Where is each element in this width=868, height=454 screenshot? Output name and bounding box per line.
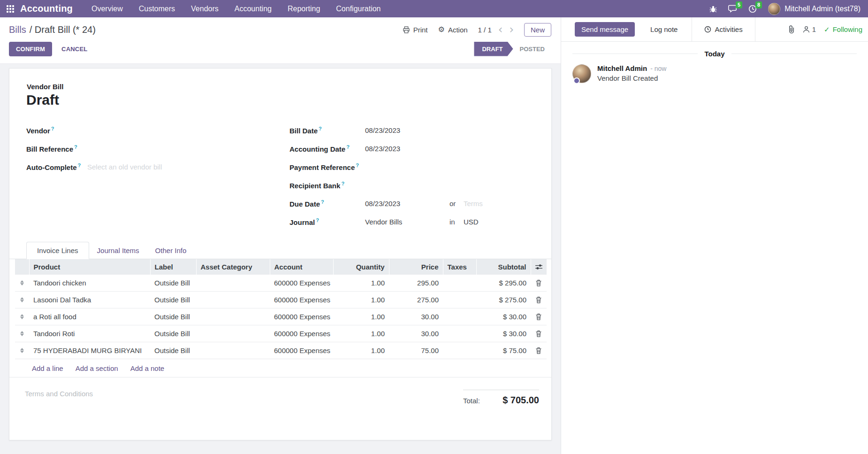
currency-input[interactable]: USD bbox=[464, 218, 479, 226]
header-quantity[interactable]: Quantity bbox=[333, 259, 389, 275]
print-button[interactable]: Print bbox=[403, 26, 428, 34]
cell-account[interactable]: 600000 Expenses bbox=[270, 292, 333, 308]
cell-label[interactable]: Outside Bill bbox=[150, 292, 196, 308]
field-vendor[interactable]: Vendor? bbox=[26, 121, 247, 139]
attachment-paperclip-icon[interactable] bbox=[788, 25, 795, 33]
confirm-button[interactable]: CONFIRM bbox=[9, 42, 52, 56]
add-link[interactable]: Add a section bbox=[76, 364, 118, 372]
field-bill-reference[interactable]: Bill Reference? bbox=[26, 139, 247, 158]
cell-product[interactable]: a Roti all food bbox=[29, 308, 150, 325]
cell-label[interactable]: Outside Bill bbox=[150, 275, 196, 292]
app-title[interactable]: Accounting bbox=[20, 3, 73, 14]
payment-terms-input[interactable]: Terms bbox=[464, 200, 483, 208]
cell-asset-category[interactable] bbox=[196, 308, 270, 325]
top-menu-item[interactable]: Reporting bbox=[288, 5, 320, 13]
cell-label[interactable]: Outside Bill bbox=[150, 308, 196, 325]
following-button[interactable]: ✓ Following bbox=[824, 25, 862, 34]
invoice-line-row[interactable]: 75 HYDERABADI MURG BIRYANI Outside Bill … bbox=[15, 342, 547, 359]
cell-price[interactable]: 75.00 bbox=[389, 342, 443, 359]
invoice-line-row[interactable]: Tandoori chicken Outside Bill 600000 Exp… bbox=[15, 275, 547, 292]
due-date-input[interactable]: 08/23/2023 bbox=[365, 200, 449, 208]
header-subtotal[interactable]: Subtotal bbox=[476, 259, 531, 275]
cell-label[interactable]: Outside Bill bbox=[150, 325, 196, 342]
top-menu-item[interactable]: Accounting bbox=[235, 5, 272, 13]
cell-taxes[interactable] bbox=[443, 275, 476, 292]
accounting-date-input[interactable]: 08/23/2023 bbox=[365, 145, 449, 153]
cell-product[interactable]: Tandoori chicken bbox=[29, 275, 150, 292]
cell-quantity[interactable]: 1.00 bbox=[333, 275, 389, 292]
drag-handle-icon[interactable] bbox=[15, 342, 29, 359]
cell-account[interactable]: 600000 Expenses bbox=[270, 342, 333, 359]
send-message-button[interactable]: Send message bbox=[575, 22, 635, 37]
cell-quantity[interactable]: 1.00 bbox=[333, 325, 389, 342]
delete-line-icon[interactable] bbox=[535, 296, 542, 303]
document-title[interactable]: Draft bbox=[26, 92, 59, 108]
invoice-line-row[interactable]: Tandoori Roti Outside Bill 600000 Expens… bbox=[15, 325, 547, 342]
activities-button[interactable]: Activities bbox=[692, 17, 755, 41]
header-asset-category[interactable]: Asset Category bbox=[196, 259, 270, 275]
status-step[interactable]: DRAFT bbox=[474, 42, 513, 56]
header-price[interactable]: Price bbox=[389, 259, 443, 275]
cell-product[interactable]: Lasooni Dal Tadka bbox=[29, 292, 150, 308]
cell-product[interactable]: Tandoori Roti bbox=[29, 325, 150, 342]
cell-taxes[interactable] bbox=[443, 308, 476, 325]
bill-date-input[interactable]: 08/23/2023 bbox=[365, 126, 449, 134]
cell-price[interactable]: 30.00 bbox=[389, 325, 443, 342]
delete-line-icon[interactable] bbox=[535, 330, 542, 337]
add-link[interactable]: Add a note bbox=[130, 364, 165, 372]
cell-label[interactable]: Outside Bill bbox=[150, 342, 196, 359]
drag-handle-icon[interactable] bbox=[15, 275, 29, 292]
notebook-tab[interactable]: Other Info bbox=[147, 242, 195, 259]
invoice-line-row[interactable]: Lasooni Dal Tadka Outside Bill 600000 Ex… bbox=[15, 292, 547, 308]
message-author[interactable]: Mitchell Admin bbox=[597, 64, 647, 72]
cell-account[interactable]: 600000 Expenses bbox=[270, 275, 333, 292]
apps-grid-icon[interactable] bbox=[7, 5, 14, 13]
cell-quantity[interactable]: 1.00 bbox=[333, 342, 389, 359]
activities-clock-icon[interactable]: 8 bbox=[748, 5, 757, 13]
debug-bug-icon[interactable] bbox=[709, 5, 717, 13]
followers-button[interactable]: 1 bbox=[803, 25, 816, 33]
header-account[interactable]: Account bbox=[270, 259, 333, 275]
delete-line-icon[interactable] bbox=[535, 313, 542, 320]
cell-asset-category[interactable] bbox=[196, 292, 270, 308]
status-step[interactable]: POSTED bbox=[513, 42, 551, 56]
top-menu-item[interactable]: Overview bbox=[91, 5, 123, 13]
breadcrumb-bills-link[interactable]: Bills bbox=[9, 24, 26, 35]
header-label[interactable]: Label bbox=[150, 259, 196, 275]
field-auto-complete[interactable]: Auto-Complete? Select an old vendor bill bbox=[26, 158, 247, 176]
pager-next-icon[interactable]: › bbox=[509, 24, 514, 35]
cell-taxes[interactable] bbox=[443, 325, 476, 342]
add-link[interactable]: Add a line bbox=[32, 364, 63, 372]
cell-asset-category[interactable] bbox=[196, 275, 270, 292]
new-button[interactable]: New bbox=[524, 23, 551, 37]
log-note-button[interactable]: Log note bbox=[647, 17, 680, 41]
delete-line-icon[interactable] bbox=[535, 279, 542, 286]
delete-line-icon[interactable] bbox=[535, 347, 542, 354]
notebook-tab[interactable]: Journal Items bbox=[89, 242, 147, 259]
user-menu[interactable]: Mitchell Admin (test78) bbox=[768, 3, 860, 15]
terms-and-conditions-input[interactable]: Terms and Conditions bbox=[25, 390, 93, 398]
cell-price[interactable]: 30.00 bbox=[389, 308, 443, 325]
optional-columns-icon[interactable] bbox=[535, 263, 543, 270]
auto-complete-input[interactable]: Select an old vendor bill bbox=[87, 163, 162, 171]
drag-handle-icon[interactable] bbox=[15, 325, 29, 342]
cell-price[interactable]: 295.00 bbox=[389, 275, 443, 292]
pager-prev-icon[interactable]: ‹ bbox=[498, 24, 503, 35]
cell-taxes[interactable] bbox=[443, 292, 476, 308]
cell-quantity[interactable]: 1.00 bbox=[333, 308, 389, 325]
cell-price[interactable]: 275.00 bbox=[389, 292, 443, 308]
journal-input[interactable]: Vendor Bills bbox=[365, 218, 449, 226]
drag-handle-icon[interactable] bbox=[15, 308, 29, 325]
top-menu-item[interactable]: Configuration bbox=[336, 5, 381, 13]
cell-product[interactable]: 75 HYDERABADI MURG BIRYANI bbox=[29, 342, 150, 359]
notebook-tab[interactable]: Invoice Lines bbox=[26, 242, 89, 259]
cell-taxes[interactable] bbox=[443, 342, 476, 359]
cell-account[interactable]: 600000 Expenses bbox=[270, 325, 333, 342]
top-menu-item[interactable]: Vendors bbox=[191, 5, 219, 13]
top-menu-item[interactable]: Customers bbox=[139, 5, 175, 13]
messages-icon[interactable]: 5 bbox=[728, 5, 737, 13]
cell-quantity[interactable]: 1.00 bbox=[333, 292, 389, 308]
cell-account[interactable]: 600000 Expenses bbox=[270, 308, 333, 325]
header-taxes[interactable]: Taxes bbox=[443, 259, 476, 275]
cell-asset-category[interactable] bbox=[196, 325, 270, 342]
